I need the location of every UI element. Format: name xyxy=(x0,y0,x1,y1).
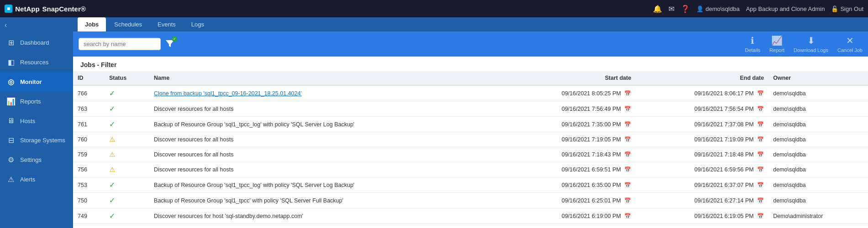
cell-start-date: 09/16/2021 6:35:00 PM 📅 xyxy=(503,177,636,193)
tab-schedules[interactable]: Schedules xyxy=(107,17,149,31)
mail-icon[interactable]: ✉ xyxy=(668,5,674,13)
cancel-job-button[interactable]: ✕ Cancel Job xyxy=(837,35,863,53)
sidebar-collapse-button[interactable]: ‹ xyxy=(0,17,73,33)
content-area: JobsSchedulesEventsLogs ✓ ℹ Details xyxy=(73,17,868,228)
filter-active-indicator: ✓ xyxy=(172,36,177,41)
jobs-content: Jobs - Filter ID Status Name Start date … xyxy=(73,57,868,228)
cell-id: 756 xyxy=(73,162,105,177)
table-row[interactable]: 750 ✓ Backup of Resource Group 'sql1_tpc… xyxy=(73,193,868,208)
cell-status: ⚠ xyxy=(105,162,149,177)
sidebar-item-monitor[interactable]: ◎ Monitor xyxy=(0,72,73,92)
status-warn-icon: ⚠ xyxy=(109,166,115,173)
end-date-calendar-icon[interactable]: 📅 xyxy=(757,121,764,128)
cell-owner: demo\sqldba xyxy=(768,193,868,208)
table-row[interactable]: 759 ⚠ Discover resources for all hosts 0… xyxy=(73,147,868,162)
download-logs-button[interactable]: ⬇ Download Logs xyxy=(794,35,828,53)
jobs-filter-title: Jobs - Filter xyxy=(73,57,868,71)
report-button[interactable]: 📈 Report xyxy=(769,35,784,53)
end-date-calendar-icon[interactable]: 📅 xyxy=(757,136,764,143)
search-input[interactable] xyxy=(79,38,161,50)
bell-icon[interactable]: 🔔 xyxy=(653,5,662,13)
cell-name: Discover resources for all hosts xyxy=(149,101,503,117)
cell-owner: demo\sqldba xyxy=(768,224,868,228)
nav-icon-dashboard: ⊞ xyxy=(6,38,16,47)
status-warn-icon: ⚠ xyxy=(109,135,115,143)
sidebar-item-storage-systems[interactable]: ⊟ Storage Systems xyxy=(0,130,73,150)
sidebar-item-alerts[interactable]: ⚠ Alerts xyxy=(0,170,73,189)
cell-end-date: 09/16/2021 7:56:54 PM 📅 xyxy=(636,101,768,117)
table-row[interactable]: 753 ✓ Backup of Resource Group 'sql1_tpc… xyxy=(73,177,868,193)
cell-start-date: 09/16/2021 7:18:43 PM 📅 xyxy=(503,147,636,162)
sidebar-item-reports[interactable]: 📊 Reports xyxy=(0,92,73,111)
status-ok-icon: ✓ xyxy=(109,89,115,97)
cell-id: 761 xyxy=(73,117,105,132)
cell-name: Backup of Resource Group 'sql1_tpcc' wit… xyxy=(149,193,503,208)
sidebar-item-hosts[interactable]: 🖥 Hosts xyxy=(0,111,73,130)
start-date-calendar-icon[interactable]: 📅 xyxy=(624,136,631,143)
cell-name: Backup of Resource Group 'sql1_tpcc_log'… xyxy=(149,117,503,132)
filter-button[interactable]: ✓ xyxy=(164,38,175,50)
details-button[interactable]: ℹ Details xyxy=(745,35,760,53)
tab-logs[interactable]: Logs xyxy=(184,17,211,31)
cell-end-date: 09/16/2021 7:37:08 PM 📅 xyxy=(636,117,768,132)
start-date-calendar-icon[interactable]: 📅 xyxy=(624,151,631,158)
nav-icon-hosts: 🖥 xyxy=(6,117,16,125)
sidebar-item-settings[interactable]: ⚙ Settings xyxy=(0,150,73,170)
tabs-bar: JobsSchedulesEventsLogs xyxy=(73,17,868,31)
end-date-calendar-icon[interactable]: 📅 xyxy=(757,166,764,173)
sidebar-item-dashboard[interactable]: ⊞ Dashboard xyxy=(0,33,73,52)
cell-status: ✓ xyxy=(105,224,149,228)
table-row[interactable]: 745 ✓ Backup of Resource Group 'sql1_tpc… xyxy=(73,224,868,228)
signout-button[interactable]: 🔓 Sign Out xyxy=(831,5,863,12)
col-status: Status xyxy=(105,71,149,85)
cell-end-date: 09/16/2021 6:27:14 PM 📅 xyxy=(636,193,768,208)
sidebar-label-alerts: Alerts xyxy=(20,176,35,183)
start-date-calendar-icon[interactable]: 📅 xyxy=(624,213,631,219)
cell-status: ✓ xyxy=(105,177,149,193)
end-date-calendar-icon[interactable]: 📅 xyxy=(757,106,764,112)
start-date-calendar-icon[interactable]: 📅 xyxy=(624,166,631,173)
cell-id: 745 xyxy=(73,224,105,228)
table-row[interactable]: 761 ✓ Backup of Resource Group 'sql1_tpc… xyxy=(73,117,868,132)
help-icon[interactable]: ❓ xyxy=(681,5,690,13)
download-icon: ⬇ xyxy=(807,35,815,46)
col-end-date: End date xyxy=(636,71,768,85)
start-date-calendar-icon[interactable]: 📅 xyxy=(624,197,631,204)
user-info[interactable]: 👤 demo\sqldba xyxy=(696,5,739,12)
toolbar: ✓ ℹ Details 📈 Report ⬇ Download Logs ✕ xyxy=(73,31,868,57)
table-row[interactable]: 766 ✓ Clone from backup 'sql1_tpcc_09-16… xyxy=(73,85,868,101)
start-date-calendar-icon[interactable]: 📅 xyxy=(624,182,631,188)
tab-jobs[interactable]: Jobs xyxy=(78,17,106,31)
sidebar-label-monitor: Monitor xyxy=(20,78,42,85)
end-date-calendar-icon[interactable]: 📅 xyxy=(757,182,764,188)
cell-owner: demo\sqldba xyxy=(768,147,868,162)
status-ok-icon: ✓ xyxy=(109,212,115,220)
cell-status: ✓ xyxy=(105,117,149,132)
end-date-calendar-icon[interactable]: 📅 xyxy=(757,90,764,97)
start-date-calendar-icon[interactable]: 📅 xyxy=(624,121,631,128)
table-row[interactable]: 756 ⚠ Discover resources for all hosts 0… xyxy=(73,162,868,177)
tab-events[interactable]: Events xyxy=(150,17,183,31)
col-owner: Owner xyxy=(768,71,868,85)
end-date-calendar-icon[interactable]: 📅 xyxy=(757,213,764,219)
sidebar-label-reports: Reports xyxy=(20,98,41,105)
cell-name: Backup of Resource Group 'sql1_tpcc_log'… xyxy=(149,177,503,193)
sidebar-item-resources[interactable]: ◧ Resources xyxy=(0,52,73,72)
job-name: Discover resources for all hosts xyxy=(154,136,233,143)
cell-id: 750 xyxy=(73,193,105,208)
start-date-calendar-icon[interactable]: 📅 xyxy=(624,106,631,112)
table-row[interactable]: 760 ⚠ Discover resources for all hosts 0… xyxy=(73,132,868,147)
table-row[interactable]: 763 ✓ Discover resources for all hosts 0… xyxy=(73,101,868,117)
end-date-calendar-icon[interactable]: 📅 xyxy=(757,151,764,158)
status-ok-icon: ✓ xyxy=(109,120,115,128)
cell-end-date: 09/16/2021 6:19:05 PM 📅 xyxy=(636,208,768,224)
table-row[interactable]: 749 ✓ Discover resources for host 'sql-s… xyxy=(73,208,868,224)
job-name: Discover resources for all hosts xyxy=(154,106,233,112)
start-date-calendar-icon[interactable]: 📅 xyxy=(624,90,631,97)
job-name: Discover resources for all hosts xyxy=(154,166,233,173)
cell-id: 766 xyxy=(73,85,105,101)
cell-name: Clone from backup 'sql1_tpcc_09-16-2021_… xyxy=(149,85,503,101)
username: demo\sqldba xyxy=(705,5,739,12)
job-name-link[interactable]: Clone from backup 'sql1_tpcc_09-16-2021_… xyxy=(154,90,302,97)
end-date-calendar-icon[interactable]: 📅 xyxy=(757,197,764,204)
